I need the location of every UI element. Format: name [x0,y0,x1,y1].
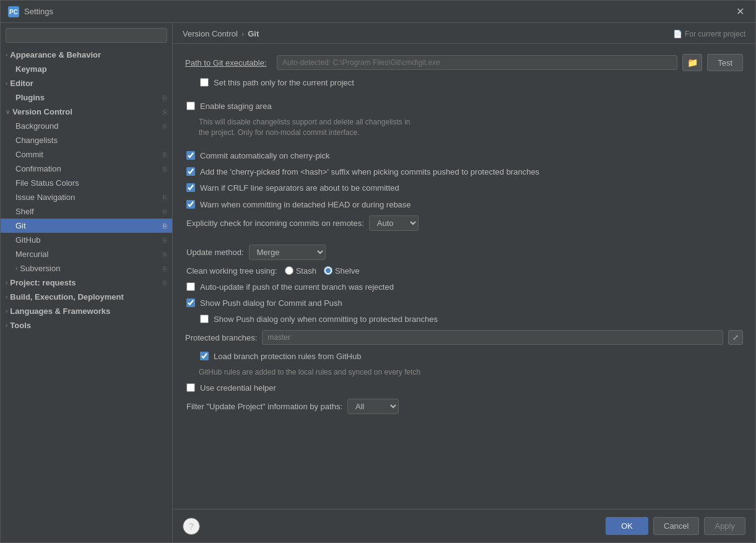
shelve-label[interactable]: Shelve [335,266,360,276]
clean-working-tree-row: Clean working tree using: Stash Shelve [185,266,743,276]
set-path-row: Set this path only for the current proje… [185,77,743,89]
sidebar-item-issue-navigation[interactable]: Issue Navigation ⎘ [1,190,172,204]
close-button[interactable]: ✕ [732,4,748,19]
load-branch-protection-hint: GitHub rules are added to the local rule… [199,367,743,378]
sidebar-item-build-execution[interactable]: › Build, Execution, Deployment [1,290,172,304]
stash-radio[interactable] [285,266,293,275]
sidebar-item-label: Keymap [15,64,47,74]
sidebar-item-label: Languages & Frameworks [10,306,110,316]
copy-icon: ⎘ [163,265,167,272]
sidebar-item-label: Background [15,121,58,131]
ok-button[interactable]: OK [606,517,648,535]
set-path-label[interactable]: Set this path only for the current proje… [214,77,354,89]
show-push-dialog-label[interactable]: Show Push dialog for Commit and Push [200,298,342,309]
warn-detached-label[interactable]: Warn when committing in detached HEAD or… [200,199,411,211]
sidebar-item-github[interactable]: GitHub ⎘ [1,233,172,247]
enable-staging-checkbox[interactable] [186,102,195,110]
copy-icon: ⎘ [163,94,167,102]
show-push-protected-checkbox[interactable] [200,315,209,323]
help-button[interactable]: ? [183,518,200,535]
sidebar-item-label: File Status Colors [15,178,79,188]
sidebar-item-editor[interactable]: › Editor [1,76,172,90]
update-method-select[interactable]: Merge Rebase Branch Default [249,245,326,260]
set-path-checkbox[interactable] [200,78,209,87]
search-input[interactable] [6,28,167,43]
auto-update-checkbox[interactable] [186,282,195,291]
use-credential-helper-label[interactable]: Use credential helper [200,383,276,394]
sidebar-item-languages-frameworks[interactable]: › Languages & Frameworks [1,304,172,318]
commit-cherry-pick-row: Commit automatically on cherry-pick [185,150,743,162]
sidebar-item-subversion[interactable]: › Subversion ⎘ [1,261,172,276]
sidebar-item-commit[interactable]: Commit ⎘ [1,147,172,162]
add-suffix-checkbox[interactable] [186,167,195,176]
shelve-option[interactable]: Shelve [324,266,360,276]
warn-crlf-checkbox[interactable] [186,183,195,192]
copy-icon: ⎘ [163,123,167,130]
show-push-protected-row: Show Push dialog only when committing to… [185,314,743,325]
sidebar-item-file-status-colors[interactable]: File Status Colors [1,176,172,190]
path-input[interactable] [277,55,677,70]
sidebar-item-appearance[interactable]: › Appearance & Behavior [1,48,172,62]
copy-icon: ⎘ [163,222,167,230]
panel-header: Version Control › Git 📄 For current proj… [173,23,755,44]
sidebar-item-label: Build, Execution, Deployment [10,292,123,302]
sidebar-item-version-control[interactable]: ∨ Version Control ⎘ [1,105,172,119]
app-icon: PC [8,6,19,17]
copy-icon: ⎘ [163,108,167,116]
sidebar-item-label: Editor [10,79,33,88]
folder-icon: 📁 [687,58,698,67]
sidebar-item-plugins[interactable]: Plugins ⎘ [1,90,172,105]
copy-icon: ⎘ [163,151,167,159]
sidebar-item-shelf[interactable]: Shelf ⎘ [1,204,172,219]
sidebar-item-keymap[interactable]: Keymap [1,62,172,76]
auto-update-label[interactable]: Auto-update if push of the current branc… [200,282,394,293]
sidebar-item-label: Changelists [15,136,58,145]
auto-update-row: Auto-update if push of the current branc… [185,282,743,293]
sidebar-item-changelists[interactable]: Changelists [1,133,172,147]
stash-label[interactable]: Stash [296,266,316,276]
commit-cherry-pick-label[interactable]: Commit automatically on cherry-pick [200,150,330,162]
show-push-dialog-checkbox[interactable] [186,298,195,307]
commit-cherry-pick-checkbox[interactable] [186,151,195,160]
warn-detached-checkbox[interactable] [186,200,195,209]
sidebar-item-label: Version Control [12,107,72,116]
enable-staging-label[interactable]: Enable staging area [200,101,272,112]
test-button[interactable]: Test [707,54,743,71]
sidebar-item-label: Shelf [15,207,34,216]
update-method-row: Update method: Merge Rebase Branch Defau… [185,245,743,260]
load-branch-protection-checkbox[interactable] [200,352,209,360]
protected-branches-input[interactable] [262,330,723,345]
sidebar-item-label: Commit [15,150,43,159]
chevron-icon: › [6,293,7,300]
footer-actions: OK Cancel Apply [606,517,745,535]
apply-button[interactable]: Apply [704,517,745,535]
browse-button[interactable]: 📁 [682,54,702,71]
expand-button[interactable]: ⤢ [728,330,743,345]
load-branch-protection-label[interactable]: Load branch protection rules from GitHub [214,351,361,362]
shelve-radio[interactable] [324,266,332,275]
cancel-button[interactable]: Cancel [653,517,699,535]
protected-branches-label: Protected branches: [185,333,257,342]
stash-option[interactable]: Stash [285,266,316,276]
check-incoming-select[interactable]: Auto Always Never [369,215,419,231]
sidebar-item-project-requests[interactable]: › Project: requests ⎘ [1,276,172,290]
filter-update-select[interactable]: All Custom [347,399,399,414]
copy-icon: ⎘ [163,194,167,201]
sidebar-item-mercurial[interactable]: Mercurial ⎘ [1,247,172,261]
sidebar-item-label: Project: requests [10,278,76,287]
warn-crlf-label[interactable]: Warn if CRLF line separators are about t… [200,183,399,194]
sidebar-item-label: Mercurial [15,250,48,259]
add-suffix-label[interactable]: Add the 'cherry-picked from <hash>' suff… [200,167,539,178]
sidebar-item-background[interactable]: Background ⎘ [1,119,172,133]
breadcrumb-root: Version Control [183,29,238,38]
show-push-protected-label[interactable]: Show Push dialog only when committing to… [214,314,438,325]
path-label: Path to Git executable: [185,58,272,67]
chevron-icon: › [6,308,7,315]
enable-staging-row: Enable staging area [185,101,743,112]
sidebar-item-tools[interactable]: › Tools [1,318,172,332]
sidebar-item-git[interactable]: Git ⎘ [1,219,172,233]
footer: ? OK Cancel Apply [173,509,755,542]
use-credential-helper-checkbox[interactable] [186,383,195,392]
sidebar-item-label: GitHub [15,235,40,245]
sidebar-item-confirmation[interactable]: Confirmation ⎘ [1,162,172,176]
